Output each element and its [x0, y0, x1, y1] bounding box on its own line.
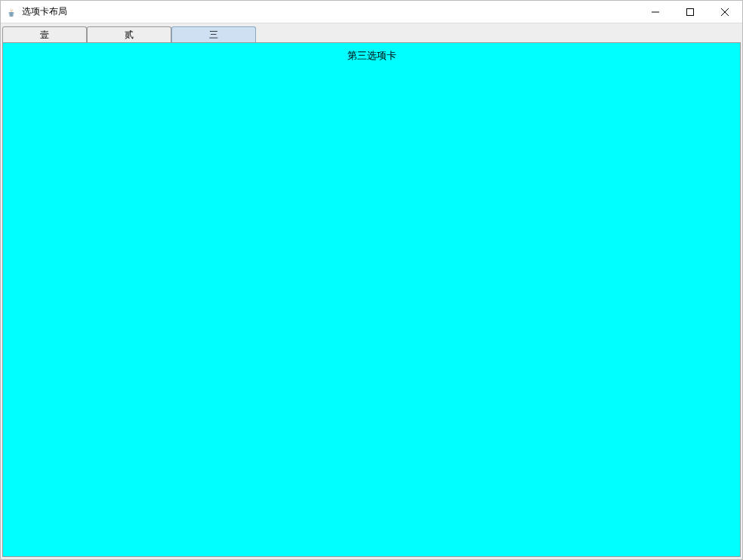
close-button[interactable] — [708, 1, 742, 23]
tab-content-container: 第三选项卡 — [2, 42, 741, 557]
svg-rect-1 — [687, 8, 694, 15]
window-controls — [638, 1, 742, 23]
tab-label: 三 — [209, 29, 218, 42]
titlebar: 选项卡布局 — [1, 1, 742, 23]
tab-one[interactable]: 壹 — [2, 26, 87, 43]
tab-label: 贰 — [125, 29, 134, 42]
tab-panel-three: 第三选项卡 — [3, 43, 740, 556]
panel-heading: 第三选项卡 — [347, 49, 396, 63]
app-window: 选项卡布局 壹 贰 三 第 — [0, 0, 743, 560]
window-title: 选项卡布局 — [22, 5, 67, 18]
tab-two[interactable]: 贰 — [87, 26, 171, 43]
java-icon — [5, 6, 17, 18]
tab-strip: 壹 贰 三 — [1, 23, 742, 43]
client-area: 壹 贰 三 第三选项卡 — [1, 23, 742, 559]
minimize-button[interactable] — [638, 1, 673, 23]
tab-label: 壹 — [40, 29, 49, 42]
tab-three[interactable]: 三 — [171, 26, 256, 43]
maximize-button[interactable] — [673, 1, 708, 23]
